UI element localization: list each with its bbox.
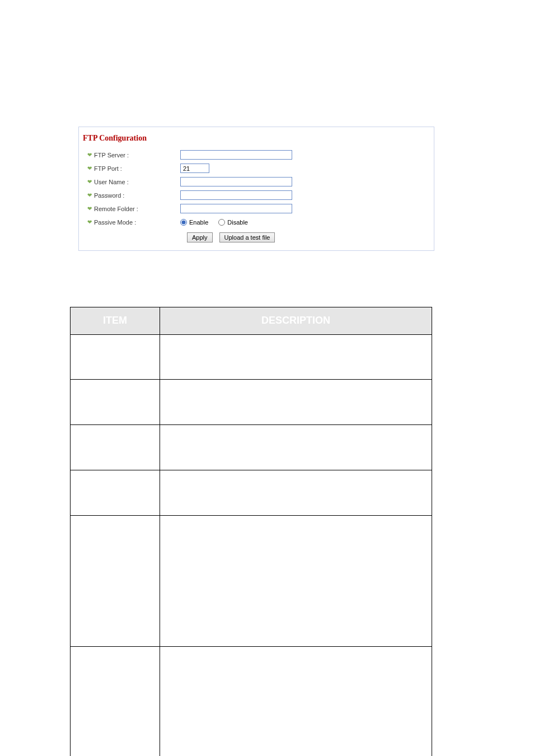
password-input[interactable] (180, 190, 292, 200)
passive-enable-option[interactable]: Enable (180, 219, 208, 226)
table-row: PasswordPassword for logging on to the F… (71, 470, 432, 516)
table-row: Passive modeIf select "Enable", the FTP … (71, 647, 432, 756)
desc-cell: If select "Enable", the FTP protocol ope… (160, 647, 432, 756)
table-header-item: ITEM (71, 307, 160, 334)
bullet-icon: ❤ (87, 206, 92, 212)
enable-label: Enable (189, 219, 208, 226)
desc-cell: Password for logging on to the FTP serve… (160, 470, 432, 516)
table-header-desc: DESCRIPTION (160, 307, 432, 334)
desc-cell: User name for logging on to the FTP serv… (160, 425, 432, 470)
upload-test-button[interactable]: Upload a test file (219, 232, 275, 242)
table-row: FTP ServerAddress of the FTP Server. It … (71, 334, 432, 380)
passive-enable-radio[interactable] (180, 219, 187, 226)
desc-cell: It's the port for FTP protocol. The prod… (160, 380, 432, 425)
item-cell: FTP Port (71, 380, 160, 425)
desc-cell: Address of the FTP Server. It may be an … (160, 334, 432, 380)
item-cell: FTP Server (71, 334, 160, 380)
bullet-icon: ❤ (87, 179, 92, 185)
ftp-port-input[interactable] (180, 164, 209, 173)
user-name-label: User Name : (94, 179, 129, 185)
intro-text: If the user wants to upload the alarm-ba… (70, 80, 478, 111)
item-cell: Password (71, 470, 160, 516)
bullet-icon: ❤ (87, 166, 92, 171)
table-row: FTP PortIt's the port for FTP protocol. … (71, 380, 432, 425)
remote-folder-input[interactable] (180, 204, 292, 213)
ftp-config-panel: FTP Configuration ❤FTP Server : ❤FTP Por… (78, 127, 434, 251)
user-name-input[interactable] (180, 177, 292, 186)
ftp-server-input[interactable] (180, 150, 292, 160)
remote-folder-label: Remote Folder : (94, 206, 138, 212)
bullet-icon: ❤ (87, 152, 92, 158)
section-number: 4.6.5 FTP (70, 50, 478, 65)
note-bold: [Note] (71, 270, 100, 281)
password-label: Password : (94, 192, 124, 199)
table-row: User NameUser name for logging on to the… (71, 425, 432, 470)
bullet-icon: ❤ (87, 193, 92, 198)
ftp-server-label: FTP Server : (94, 152, 129, 158)
table-row: Remote FolderIt refers to a folder on th… (71, 515, 432, 646)
passive-disable-option[interactable]: Disable (218, 219, 248, 226)
item-cell: Passive mode (71, 647, 160, 756)
item-cell: User Name (71, 425, 160, 470)
passive-mode-label: Passive Mode : (94, 219, 136, 226)
panel-title: FTP Configuration (83, 134, 426, 143)
apply-button[interactable]: Apply (187, 232, 213, 242)
disable-label: Disable (227, 219, 248, 226)
description-table: ITEM DESCRIPTION FTP ServerAddress of th… (70, 307, 432, 756)
passive-disable-radio[interactable] (218, 219, 225, 226)
desc-cell: It refers to a folder on the FTP server … (160, 515, 432, 646)
note: [Note] The image server can be either a … (71, 270, 478, 293)
bullet-icon: ❤ (87, 220, 92, 225)
note-text: The image server can be either a public … (71, 270, 472, 293)
item-cell: Remote Folder (71, 515, 160, 646)
ftp-port-label: FTP Port : (94, 165, 122, 172)
